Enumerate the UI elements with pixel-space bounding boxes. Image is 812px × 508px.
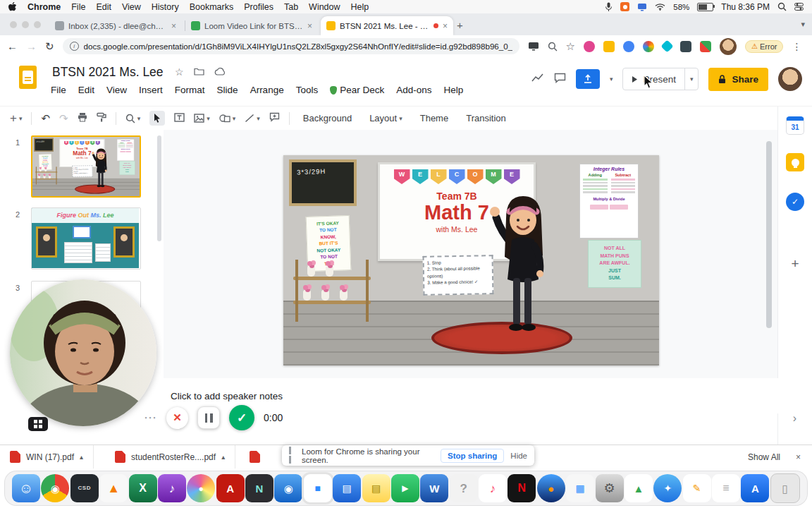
tasks-icon[interactable]: ✓ <box>786 193 804 211</box>
present-options-caret[interactable]: ▾ <box>684 68 699 90</box>
extensions-grid-icon[interactable] <box>700 41 711 52</box>
dock-audio-app-icon[interactable]: ♪ <box>158 474 186 502</box>
download-item-3[interactable] <box>240 445 270 468</box>
window-close-button[interactable] <box>10 21 17 28</box>
menu-arrange[interactable]: Arrange <box>250 85 284 95</box>
dark-extension-icon[interactable] <box>680 41 691 52</box>
paint-format-button[interactable] <box>97 112 106 124</box>
menubar-item-profiles[interactable]: Profiles <box>244 2 273 12</box>
dock-firefox-icon[interactable]: ● <box>537 474 565 502</box>
display-share-icon[interactable] <box>637 3 647 11</box>
dock-acrobat-icon[interactable]: A <box>216 474 245 502</box>
slides-logo[interactable] <box>19 66 37 89</box>
panel-expand-icon[interactable]: › <box>793 412 796 425</box>
microphone-icon[interactable] <box>605 2 613 12</box>
dock-music-icon[interactable]: ♪ <box>479 474 507 502</box>
dock-help-icon[interactable]: ? <box>450 474 478 502</box>
back-button[interactable]: ← <box>7 40 18 52</box>
document-title[interactable]: BTSN 2021 Ms. Lee <box>52 65 164 80</box>
dock-blue-app-icon[interactable]: ▤ <box>333 474 361 502</box>
download-item-1[interactable]: WIN (17).pdf ▴ <box>0 445 94 468</box>
tab-capture-icon[interactable] <box>528 42 539 51</box>
window-minimize-button[interactable] <box>22 21 29 28</box>
yellow-extension-icon[interactable] <box>603 41 615 52</box>
dock-preview-icon[interactable]: ✎ <box>683 474 711 502</box>
close-downloads-icon[interactable]: × <box>796 452 801 462</box>
webcam-bubble[interactable] <box>10 279 156 426</box>
comment-history-icon[interactable] <box>554 73 566 86</box>
menu-add-ons[interactable]: Add-ons <box>396 85 431 95</box>
forward-button[interactable]: → <box>26 40 37 52</box>
select-tool-button[interactable] <box>149 111 165 126</box>
show-all-downloads[interactable]: Show All <box>748 452 780 462</box>
teal-extension-icon[interactable] <box>660 40 673 52</box>
colorful-extension-icon[interactable] <box>643 41 654 52</box>
filmstrip-scrollbar[interactable] <box>157 135 161 241</box>
present-box-caret[interactable]: ▾ <box>610 75 613 83</box>
insert-comment-button[interactable] <box>269 112 280 124</box>
dock-vlc-icon[interactable]: ▲ <box>99 474 128 502</box>
menu-view[interactable]: View <box>106 85 127 95</box>
tab-close-icon[interactable]: × <box>307 21 312 31</box>
apple-menu-icon[interactable] <box>8 2 17 12</box>
wifi-icon[interactable] <box>655 3 665 11</box>
present-button[interactable]: Present ▾ <box>622 68 699 90</box>
menu-file[interactable]: File <box>51 85 66 95</box>
spotlight-search-icon[interactable] <box>777 2 787 11</box>
tab-close-icon[interactable]: × <box>443 21 448 31</box>
loom-more-button[interactable]: ⋯ <box>144 410 157 425</box>
loom-menubar-icon[interactable] <box>620 2 629 11</box>
loom-finish-button[interactable]: ✓ <box>229 405 254 430</box>
slide-thumbnail-1[interactable]: 3*3/29H WELCOME Team 7B Math 7 with Ms. … <box>31 135 141 198</box>
current-slide[interactable]: 3*3/29H WELCOME Team 7B Math 7 with Ms. … <box>283 155 659 365</box>
menubar-item-history[interactable]: History <box>152 2 179 12</box>
cloud-status-icon[interactable] <box>214 66 226 78</box>
site-info-icon[interactable]: i <box>70 42 79 51</box>
menubar-item-bookmarks[interactable]: Bookmarks <box>190 2 234 12</box>
dock-netflix-icon[interactable]: N <box>508 474 536 502</box>
move-folder-icon[interactable] <box>194 66 204 78</box>
theme-button[interactable]: Theme <box>416 110 453 126</box>
dock-notability-icon[interactable]: N <box>245 474 273 502</box>
background-button[interactable]: Background <box>299 110 356 126</box>
loom-pause-button[interactable] <box>197 406 220 429</box>
download-item-2[interactable]: studentRosterRe....pdf ▴ <box>105 445 235 468</box>
dock-trash-icon[interactable]: ▯ <box>770 473 800 503</box>
dock-excel-icon[interactable]: X <box>129 474 157 502</box>
chrome-menu-icon[interactable]: ⋮ <box>792 41 801 52</box>
tab-close-icon[interactable]: × <box>171 21 176 31</box>
dock-word-icon[interactable]: W <box>420 474 448 502</box>
dock-photos-icon[interactable]: ● <box>187 474 215 502</box>
menu-tools[interactable]: Tools <box>296 85 319 95</box>
menubar-item-window[interactable]: Window <box>309 2 340 12</box>
user-avatar[interactable] <box>778 67 802 91</box>
dock-notes-icon[interactable]: ≡ <box>712 474 740 502</box>
menubar-clock[interactable]: Thu 8:36 PM <box>721 2 770 12</box>
menubar-item-help[interactable]: Help <box>351 2 369 12</box>
hide-banner-button[interactable]: Hide <box>510 452 527 460</box>
menu-edit[interactable]: Edit <box>78 85 94 95</box>
dock-app-store-icon[interactable]: A <box>741 474 769 502</box>
menu-insert[interactable]: Insert <box>139 85 163 95</box>
tab-loom-link[interactable]: Loom Video Link for BTSN - G× <box>185 16 318 35</box>
loom-cancel-button[interactable]: ✕ <box>166 407 188 429</box>
zoom-page-icon[interactable] <box>548 42 558 52</box>
menubar-app-name[interactable]: Chrome <box>27 2 61 12</box>
present-new-window-button[interactable] <box>576 69 600 89</box>
redo-button[interactable]: ↷ <box>59 112 68 125</box>
sync-error-badge[interactable]: ⚠Error <box>745 40 783 53</box>
dock-facetime-icon[interactable]: ▶ <box>391 474 419 502</box>
omnibox[interactable]: i docs.google.com/presentation/d/1Gh8iM9… <box>63 38 519 54</box>
star-document-icon[interactable]: ☆ <box>175 66 184 78</box>
menubar-item-view[interactable]: View <box>122 2 141 12</box>
current-slide[interactable]: 3*3/29H WELCOME Team 7B Math 7 with Ms. … <box>32 137 140 197</box>
print-button[interactable] <box>78 112 87 124</box>
slide-thumbnail-2[interactable]: Figure Out Ms. Lee <box>31 207 141 270</box>
menu-pear-deck[interactable]: Pear Deck <box>330 85 384 95</box>
keep-icon[interactable] <box>786 153 804 171</box>
dock-stickies-icon[interactable]: ▤ <box>362 474 390 502</box>
dock-system-preferences-icon[interactable]: ⚙ <box>596 474 624 502</box>
canvas-scrollbar[interactable] <box>766 141 772 328</box>
dock-keynote-icon[interactable]: ▦ <box>566 474 594 502</box>
stop-sharing-button[interactable]: Stop sharing <box>441 449 504 463</box>
